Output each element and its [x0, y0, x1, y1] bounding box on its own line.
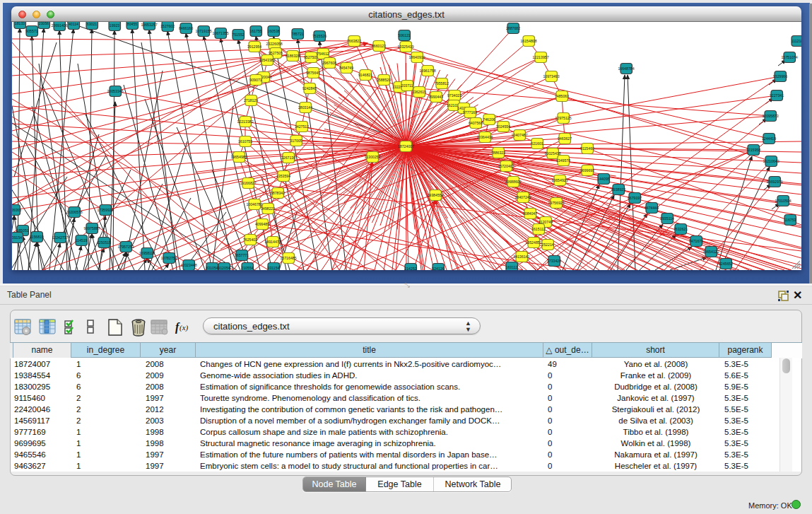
svg-text:14136141: 14136141 — [513, 255, 529, 259]
svg-text:11300253: 11300253 — [365, 155, 381, 159]
svg-text:1353594: 1353594 — [276, 174, 290, 178]
svg-text:3878342: 3878342 — [271, 191, 285, 195]
svg-text:1362615: 1362615 — [412, 90, 426, 94]
svg-text:746206: 746206 — [483, 117, 495, 122]
svg-text:12213382: 12213382 — [237, 119, 253, 124]
svg-text:23691406: 23691406 — [51, 23, 67, 28]
svg-text:17957253: 17957253 — [117, 245, 134, 249]
svg-text:1527602: 1527602 — [160, 24, 175, 28]
svg-text:2967608: 2967608 — [322, 61, 336, 65]
svg-text:214252: 214252 — [404, 267, 416, 270]
svg-text:13325419: 13325419 — [397, 45, 413, 49]
svg-text:9115460: 9115460 — [580, 146, 594, 151]
svg-text:1156819: 1156819 — [30, 235, 44, 239]
svg-text:9242845: 9242845 — [302, 86, 317, 90]
svg-text:10688609: 10688609 — [505, 180, 521, 184]
svg-text:15751074: 15751074 — [781, 55, 797, 59]
svg-text:9699695: 9699695 — [580, 168, 594, 173]
svg-text:163112: 163112 — [506, 265, 518, 269]
svg-text:9527505: 9527505 — [304, 55, 318, 59]
svg-text:8990443: 8990443 — [429, 95, 443, 99]
svg-text:8466160: 8466160 — [179, 26, 193, 30]
svg-text:10782759: 10782759 — [160, 256, 177, 260]
svg-text:90975887: 90975887 — [83, 226, 100, 230]
svg-text:23226058: 23226058 — [266, 42, 282, 46]
svg-text:9084047: 9084047 — [523, 211, 537, 216]
svg-text:161755: 161755 — [249, 29, 261, 33]
svg-text:14914479: 14914479 — [264, 240, 281, 244]
svg-text:8660123: 8660123 — [372, 44, 386, 48]
svg-text:9657771: 9657771 — [235, 253, 249, 257]
svg-text:8471676: 8471676 — [689, 239, 703, 243]
svg-text:19384554: 19384554 — [427, 193, 443, 197]
svg-text:2626065: 2626065 — [12, 208, 21, 212]
svg-text:10653257: 10653257 — [141, 23, 157, 27]
svg-text:7955812: 7955812 — [435, 81, 449, 86]
svg-text:18133: 18133 — [15, 22, 25, 25]
svg-text:(x): (x) — [180, 323, 189, 332]
svg-text:912054: 912054 — [218, 266, 230, 270]
svg-text:10025438: 10025438 — [544, 151, 560, 156]
svg-text:1733426: 1733426 — [547, 259, 561, 263]
svg-text:2887682: 2887682 — [506, 26, 520, 30]
svg-text:144095: 144095 — [597, 177, 609, 181]
svg-text:7485063: 7485063 — [555, 94, 569, 98]
svg-text:3024554: 3024554 — [496, 124, 510, 129]
svg-text:7515526: 7515526 — [312, 34, 326, 38]
svg-text:20364436: 20364436 — [476, 135, 493, 139]
svg-text:16961758: 16961758 — [419, 69, 435, 73]
svg-text:16210643: 16210643 — [763, 159, 779, 163]
svg-text:2718129: 2718129 — [244, 98, 258, 103]
svg-text:621601: 621601 — [531, 141, 543, 146]
svg-text:8186328: 8186328 — [286, 54, 300, 58]
svg-text:2935114: 2935114 — [660, 216, 674, 221]
svg-text:2803144: 2803144 — [298, 105, 312, 110]
svg-text:80455: 80455 — [127, 22, 138, 26]
svg-text:7625402: 7625402 — [243, 238, 257, 242]
svg-text:317005: 317005 — [290, 139, 302, 143]
svg-text:15720407: 15720407 — [498, 164, 514, 168]
svg-text:203711: 203711 — [401, 83, 413, 88]
svg-text:12975125: 12975125 — [555, 116, 571, 120]
svg-text:19654982: 19654982 — [230, 155, 247, 159]
svg-text:7632621: 7632621 — [673, 227, 688, 231]
svg-text:10407487: 10407487 — [511, 133, 527, 137]
svg-text:18640910: 18640910 — [408, 55, 425, 59]
svg-text:12095873: 12095873 — [762, 114, 778, 118]
svg-text:10973493: 10973493 — [543, 74, 559, 78]
svg-text:114519: 114519 — [76, 238, 88, 243]
svg-text:6407568: 6407568 — [469, 121, 483, 125]
svg-text:40114: 40114 — [69, 22, 78, 26]
svg-text:9245652: 9245652 — [719, 262, 733, 266]
svg-text:17359924: 17359924 — [97, 208, 113, 212]
svg-text:63021: 63021 — [87, 22, 98, 26]
svg-text:8938923: 8938923 — [611, 187, 625, 192]
svg-text:3267130: 3267130 — [281, 156, 295, 160]
svg-text:1250515: 1250515 — [97, 240, 111, 245]
svg-text:18724007: 18724007 — [398, 144, 414, 148]
svg-text:9777169: 9777169 — [463, 110, 477, 115]
svg-text:111218: 111218 — [792, 39, 801, 43]
svg-text:19166827: 19166827 — [240, 181, 256, 185]
svg-text:3215958: 3215958 — [746, 148, 760, 152]
svg-text:4099485: 4099485 — [255, 222, 269, 226]
svg-text:15692971: 15692971 — [766, 180, 782, 184]
svg-text:3875645: 3875645 — [306, 71, 320, 75]
svg-text:9227341: 9227341 — [770, 93, 784, 98]
svg-text:6679197: 6679197 — [628, 196, 642, 200]
svg-text:10671355: 10671355 — [212, 31, 228, 35]
svg-text:506121: 506121 — [398, 33, 410, 37]
svg-text:16648784: 16648784 — [618, 66, 634, 71]
svg-text:19923: 19923 — [110, 23, 120, 28]
svg-text:210554: 210554 — [241, 266, 253, 270]
svg-text:160538: 160538 — [267, 29, 279, 33]
svg-text:13654923: 13654923 — [551, 178, 567, 182]
svg-text:9329966: 9329966 — [773, 74, 787, 78]
svg-text:19524851: 19524851 — [525, 240, 541, 245]
svg-text:19756923: 19756923 — [548, 201, 564, 205]
svg-text:10719155: 10719155 — [195, 29, 211, 33]
svg-text:754612: 754612 — [317, 52, 329, 56]
svg-text:785721: 785721 — [291, 32, 303, 36]
svg-text:7663822: 7663822 — [347, 39, 361, 43]
svg-text:1610755: 1610755 — [238, 139, 252, 144]
